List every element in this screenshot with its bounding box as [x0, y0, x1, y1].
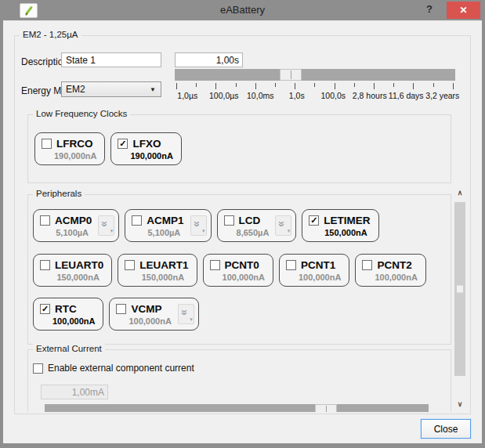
peripherals-row-2: LEUART0 150,000nA LEUART1 150,000nA: [33, 254, 426, 287]
window-close-button[interactable]: ✕: [447, 2, 480, 19]
vcmp-menu-button[interactable]: » ▾: [178, 304, 194, 324]
tick-label: 2,8 hours: [352, 91, 389, 100]
rtc-value: 100,000nA: [40, 316, 95, 326]
lcd-value: 8,650µA: [224, 228, 270, 237]
scrollbar-thumb[interactable]: [454, 202, 465, 376]
leuart0-value: 150,000nA: [40, 273, 103, 282]
scroll-up-button[interactable]: ∧: [454, 186, 466, 199]
enable-external-label: Enable external component current: [48, 363, 194, 374]
double-chevron-down-icon: »: [276, 221, 288, 227]
acmp1-value: 5,100µA: [132, 228, 183, 237]
vertical-scrollbar[interactable]: ∧ ∨: [454, 186, 466, 410]
tiny-arrow-icon: ▾: [110, 228, 114, 234]
slider-tick-labels: 1,0µs 100,0µs 10,0ms 1,0s 100,0s 2,8 hou…: [169, 91, 461, 100]
double-chevron-down-icon: »: [99, 221, 111, 227]
low-frequency-clocks-group: Low Frequency Clocks LFRCO 190,000nA ✓ L…: [27, 114, 451, 183]
help-button[interactable]: ?: [423, 3, 436, 17]
tick-label: 10,0ms: [242, 91, 279, 100]
acmp0-menu-button[interactable]: » ▾: [98, 215, 114, 236]
lfxo-value: 190,000nA: [118, 151, 172, 161]
pcnt2-checkbox[interactable]: [362, 260, 372, 270]
scrollbar-track[interactable]: [454, 199, 466, 398]
rtc-label: RTC: [55, 303, 77, 315]
description-input[interactable]: State 1: [61, 52, 161, 67]
tiny-arrow-icon: ▾: [190, 316, 193, 323]
scroll-down-button[interactable]: ∨: [454, 398, 466, 410]
description-value: State 1: [66, 55, 96, 66]
window-title: eABattery: [0, 4, 485, 16]
time-slider-track[interactable]: [175, 69, 455, 81]
letimer-checkbox[interactable]: ✓: [309, 215, 319, 226]
enable-external-checkbox[interactable]: [33, 363, 43, 374]
em2-group: EM2 - 1,25µA Description State 1 Energy …: [14, 35, 471, 414]
pcnt1-value: 100,000nA: [286, 273, 341, 282]
tiny-arrow-icon: ▾: [288, 228, 291, 234]
dialog-window: eABattery ? ✕ EM2 - 1,25µA Description S…: [0, 0, 485, 448]
lcd-checkbox[interactable]: [224, 215, 234, 226]
close-icon: ✕: [459, 5, 467, 16]
energy-mode-select[interactable]: EM2 ▼: [61, 81, 161, 97]
acmp0-checkbox[interactable]: [40, 215, 50, 226]
tick-label: 100,0µs: [206, 91, 243, 100]
vcmp-label: VCMP: [131, 303, 161, 315]
pcnt0-label: PCNT0: [225, 259, 259, 271]
pcnt1-label: PCNT1: [301, 259, 335, 271]
pcnt2-label: PCNT2: [377, 259, 411, 271]
card-leuart0: LEUART0 150,000nA: [33, 254, 112, 287]
pcnt1-checkbox[interactable]: [286, 260, 296, 270]
card-pcnt2: PCNT2 100,000nA: [355, 254, 425, 287]
leuart1-value: 150,000nA: [125, 273, 188, 282]
low-frequency-clocks-label: Low Frequency Clocks: [33, 109, 130, 118]
acmp1-menu-button[interactable]: » ▾: [190, 215, 207, 236]
tick-label: 1,0µs: [169, 91, 206, 100]
lfxo-checkbox[interactable]: ✓: [118, 139, 128, 149]
external-current-slider-handle[interactable]: [315, 404, 337, 412]
peripherals-label: Peripherals: [33, 189, 85, 198]
em2-group-label: EM2 - 1,25µA: [20, 30, 81, 39]
external-current-group: External Current Enable external compone…: [27, 349, 451, 412]
letimer-value: 150,000nA: [309, 228, 370, 237]
leuart1-checkbox[interactable]: [125, 260, 135, 270]
leuart0-checkbox[interactable]: [40, 260, 50, 270]
chevron-up-icon: ∧: [458, 189, 463, 197]
double-chevron-down-icon: »: [190, 221, 203, 227]
card-vcmp: VCMP 100,000nA » ▾: [109, 298, 198, 331]
time-slider-handle[interactable]: [280, 69, 302, 81]
lfrco-checkbox[interactable]: [42, 139, 52, 149]
leuart1-label: LEUART1: [139, 259, 188, 271]
vcmp-checkbox[interactable]: [116, 304, 126, 314]
lcd-menu-button[interactable]: » ▾: [275, 215, 291, 236]
chevron-down-icon: ∨: [458, 400, 463, 408]
chevron-down-icon: ▼: [150, 86, 156, 93]
acmp1-label: ACMP1: [147, 215, 183, 226]
acmp1-checkbox[interactable]: [132, 215, 142, 226]
lcd-label: LCD: [239, 215, 261, 226]
titlebar[interactable]: eABattery ? ✕: [0, 0, 485, 20]
card-lfxo: ✓ LFXO 190,000nA: [110, 132, 181, 165]
lfxo-label: LFXO: [132, 138, 161, 150]
letimer-label: LETIMER: [324, 215, 370, 226]
pcnt0-value: 100,000nA: [210, 273, 265, 282]
clocks-cards-row: LFRCO 190,000nA ✓ LFXO 190,000nA: [34, 132, 182, 165]
external-current-input[interactable]: 1,00mA: [41, 385, 108, 399]
close-button[interactable]: Close: [421, 419, 471, 439]
peripherals-row-1: ACMP0 5,100µA » ▾ ACMP1: [33, 209, 379, 242]
tick-label: 3,2 years: [425, 91, 461, 100]
time-value-input[interactable]: 1,00s: [175, 52, 243, 67]
time-value: 1,00s: [216, 55, 239, 66]
peripherals-group: Peripherals ACMP0 5,100µA » ▾: [27, 194, 451, 345]
pcnt2-value: 100,000nA: [362, 273, 417, 282]
card-leuart1: LEUART1 150,000nA: [118, 254, 197, 287]
pcnt0-checkbox[interactable]: [210, 260, 220, 270]
external-current-value: 1,00mA: [72, 387, 104, 398]
external-current-slider-track[interactable]: [45, 404, 429, 412]
tick-label: 100,0s: [315, 91, 352, 100]
external-current-label: External Current: [33, 344, 105, 353]
rtc-checkbox[interactable]: ✓: [40, 304, 50, 314]
energy-mode-value: EM2: [66, 84, 85, 95]
enable-external-row: Enable external component current: [33, 363, 194, 374]
dialog-content: EM2 - 1,25µA Description State 1 Energy …: [3, 20, 482, 443]
tick-label: 1,0s: [279, 91, 316, 100]
acmp0-value: 5,100µA: [40, 228, 92, 237]
scrollbar-gripper: [457, 286, 463, 293]
